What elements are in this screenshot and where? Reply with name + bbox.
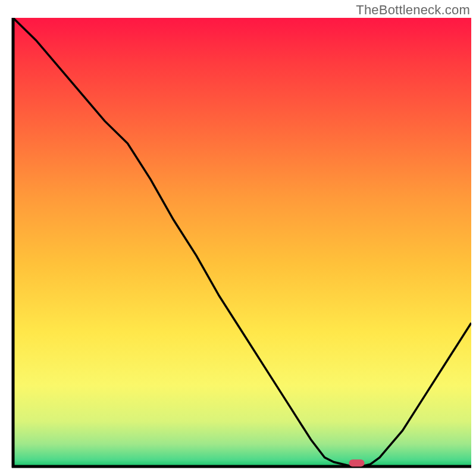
watermark-label: TheBottleneck.com [356, 2, 470, 18]
bottleneck-chart: TheBottleneck.com [0, 0, 476, 476]
chart-svg [0, 0, 476, 476]
optimal-marker [349, 459, 365, 466]
gradient-background [13, 18, 471, 466]
